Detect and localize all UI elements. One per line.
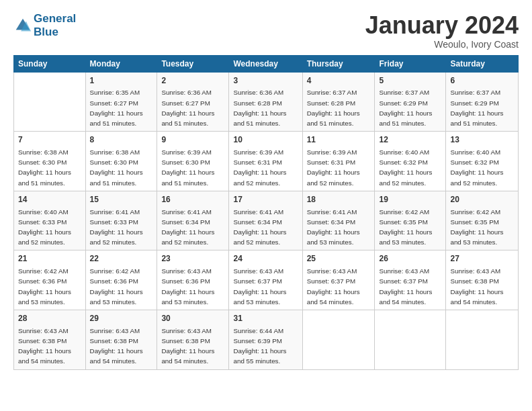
day-cell: 24Sunrise: 6:43 AMSunset: 6:37 PMDayligh… bbox=[229, 250, 302, 310]
day-info: Sunrise: 6:44 AMSunset: 6:39 PMDaylight:… bbox=[233, 327, 286, 365]
day-info: Sunrise: 6:43 AMSunset: 6:38 PMDaylight:… bbox=[450, 267, 503, 306]
day-number: 28 bbox=[18, 313, 81, 324]
day-cell: 3Sunrise: 6:36 AMSunset: 6:28 PMDaylight… bbox=[229, 72, 302, 132]
day-cell: 6Sunrise: 6:37 AMSunset: 6:29 PMDaylight… bbox=[446, 72, 519, 132]
day-number: 18 bbox=[307, 194, 371, 205]
day-cell: 16Sunrise: 6:41 AMSunset: 6:34 PMDayligh… bbox=[157, 191, 229, 250]
day-number: 26 bbox=[379, 253, 441, 265]
day-info: Sunrise: 6:36 AMSunset: 6:28 PMDaylight:… bbox=[233, 89, 286, 127]
day-info: Sunrise: 6:43 AMSunset: 6:37 PMDaylight:… bbox=[307, 267, 360, 306]
col-tuesday: Tuesday bbox=[157, 55, 229, 72]
day-info: Sunrise: 6:43 AMSunset: 6:37 PMDaylight:… bbox=[379, 267, 432, 306]
day-info: Sunrise: 6:37 AMSunset: 6:29 PMDaylight:… bbox=[379, 89, 432, 127]
day-info: Sunrise: 6:43 AMSunset: 6:37 PMDaylight:… bbox=[233, 267, 286, 306]
day-number: 5 bbox=[379, 75, 441, 87]
day-info: Sunrise: 6:43 AMSunset: 6:36 PMDaylight:… bbox=[161, 267, 214, 306]
logo-icon bbox=[13, 16, 32, 35]
day-cell: 15Sunrise: 6:41 AMSunset: 6:33 PMDayligh… bbox=[85, 191, 157, 250]
logo: General Blue bbox=[13, 12, 76, 38]
day-info: Sunrise: 6:37 AMSunset: 6:29 PMDaylight:… bbox=[450, 89, 503, 127]
day-info: Sunrise: 6:42 AMSunset: 6:35 PMDaylight:… bbox=[379, 208, 432, 246]
day-cell: 1Sunrise: 6:35 AMSunset: 6:27 PMDaylight… bbox=[85, 72, 157, 132]
day-number: 6 bbox=[450, 75, 514, 87]
day-cell bbox=[446, 310, 519, 370]
day-info: Sunrise: 6:42 AMSunset: 6:36 PMDaylight:… bbox=[18, 267, 71, 306]
day-info: Sunrise: 6:38 AMSunset: 6:30 PMDaylight:… bbox=[18, 148, 71, 187]
day-cell: 26Sunrise: 6:43 AMSunset: 6:37 PMDayligh… bbox=[375, 250, 446, 310]
day-info: Sunrise: 6:39 AMSunset: 6:30 PMDaylight:… bbox=[161, 148, 214, 187]
day-cell: 30Sunrise: 6:43 AMSunset: 6:38 PMDayligh… bbox=[157, 310, 229, 370]
day-number: 20 bbox=[450, 194, 514, 205]
day-number: 10 bbox=[233, 134, 298, 146]
day-cell: 4Sunrise: 6:37 AMSunset: 6:28 PMDaylight… bbox=[302, 72, 375, 132]
day-info: Sunrise: 6:39 AMSunset: 6:31 PMDaylight:… bbox=[233, 148, 286, 187]
day-info: Sunrise: 6:37 AMSunset: 6:28 PMDaylight:… bbox=[307, 89, 360, 127]
week-row-4: 21Sunrise: 6:42 AMSunset: 6:36 PMDayligh… bbox=[14, 250, 519, 310]
day-cell: 2Sunrise: 6:36 AMSunset: 6:27 PMDaylight… bbox=[157, 72, 229, 132]
day-number: 16 bbox=[161, 194, 224, 205]
day-number: 27 bbox=[450, 253, 514, 265]
day-number: 25 bbox=[307, 253, 371, 265]
day-number: 9 bbox=[161, 134, 224, 146]
day-info: Sunrise: 6:43 AMSunset: 6:38 PMDaylight:… bbox=[161, 327, 214, 365]
week-row-2: 7Sunrise: 6:38 AMSunset: 6:30 PMDaylight… bbox=[14, 132, 519, 191]
day-number: 3 bbox=[233, 75, 298, 87]
col-sunday: Sunday bbox=[14, 55, 86, 72]
day-number: 22 bbox=[90, 253, 153, 265]
day-number: 8 bbox=[90, 134, 153, 146]
week-row-5: 28Sunrise: 6:43 AMSunset: 6:38 PMDayligh… bbox=[14, 310, 519, 370]
day-info: Sunrise: 6:43 AMSunset: 6:38 PMDaylight:… bbox=[18, 327, 71, 365]
day-number: 11 bbox=[307, 134, 371, 146]
calendar-page: General Blue January 2024 Weoulo, Ivory … bbox=[0, 0, 532, 377]
day-info: Sunrise: 6:41 AMSunset: 6:33 PMDaylight:… bbox=[90, 208, 143, 246]
day-number: 19 bbox=[379, 194, 441, 205]
day-number: 29 bbox=[90, 313, 153, 324]
header: General Blue January 2024 Weoulo, Ivory … bbox=[13, 12, 519, 50]
day-cell: 20Sunrise: 6:42 AMSunset: 6:35 PMDayligh… bbox=[446, 191, 519, 250]
day-cell: 31Sunrise: 6:44 AMSunset: 6:39 PMDayligh… bbox=[229, 310, 302, 370]
day-info: Sunrise: 6:41 AMSunset: 6:34 PMDaylight:… bbox=[161, 208, 214, 246]
day-number: 21 bbox=[18, 253, 81, 265]
week-row-1: 1Sunrise: 6:35 AMSunset: 6:27 PMDaylight… bbox=[14, 72, 519, 132]
col-monday: Monday bbox=[85, 55, 157, 72]
col-wednesday: Wednesday bbox=[229, 55, 302, 72]
day-cell bbox=[302, 310, 375, 370]
day-cell: 8Sunrise: 6:38 AMSunset: 6:30 PMDaylight… bbox=[85, 132, 157, 191]
day-cell: 21Sunrise: 6:42 AMSunset: 6:36 PMDayligh… bbox=[14, 250, 86, 310]
day-cell: 18Sunrise: 6:41 AMSunset: 6:34 PMDayligh… bbox=[302, 191, 375, 250]
day-number: 23 bbox=[161, 253, 224, 265]
col-friday: Friday bbox=[375, 55, 446, 72]
title-block: January 2024 Weoulo, Ivory Coast bbox=[365, 12, 519, 50]
day-info: Sunrise: 6:39 AMSunset: 6:31 PMDaylight:… bbox=[307, 148, 360, 187]
day-cell: 29Sunrise: 6:43 AMSunset: 6:38 PMDayligh… bbox=[85, 310, 157, 370]
day-info: Sunrise: 6:43 AMSunset: 6:38 PMDaylight:… bbox=[90, 327, 143, 365]
day-info: Sunrise: 6:40 AMSunset: 6:32 PMDaylight:… bbox=[379, 148, 432, 187]
day-number: 12 bbox=[379, 134, 441, 146]
day-cell: 14Sunrise: 6:40 AMSunset: 6:33 PMDayligh… bbox=[14, 191, 86, 250]
day-info: Sunrise: 6:36 AMSunset: 6:27 PMDaylight:… bbox=[161, 89, 214, 127]
day-info: Sunrise: 6:38 AMSunset: 6:30 PMDaylight:… bbox=[90, 148, 143, 187]
day-number: 13 bbox=[450, 134, 514, 146]
day-cell: 10Sunrise: 6:39 AMSunset: 6:31 PMDayligh… bbox=[229, 132, 302, 191]
day-number: 4 bbox=[307, 75, 371, 87]
day-number: 15 bbox=[90, 194, 153, 205]
day-info: Sunrise: 6:41 AMSunset: 6:34 PMDaylight:… bbox=[307, 208, 360, 246]
day-info: Sunrise: 6:35 AMSunset: 6:27 PMDaylight:… bbox=[90, 89, 143, 127]
day-number: 7 bbox=[18, 134, 81, 146]
day-info: Sunrise: 6:42 AMSunset: 6:35 PMDaylight:… bbox=[450, 208, 503, 246]
day-number: 30 bbox=[161, 313, 224, 324]
header-row: Sunday Monday Tuesday Wednesday Thursday… bbox=[14, 55, 519, 72]
day-cell: 13Sunrise: 6:40 AMSunset: 6:32 PMDayligh… bbox=[446, 132, 519, 191]
day-number: 14 bbox=[18, 194, 81, 205]
day-cell: 19Sunrise: 6:42 AMSunset: 6:35 PMDayligh… bbox=[375, 191, 446, 250]
day-number: 2 bbox=[161, 75, 224, 87]
location: Weoulo, Ivory Coast bbox=[365, 39, 519, 50]
day-cell: 9Sunrise: 6:39 AMSunset: 6:30 PMDaylight… bbox=[157, 132, 229, 191]
day-cell: 22Sunrise: 6:42 AMSunset: 6:36 PMDayligh… bbox=[85, 250, 157, 310]
month-title: January 2024 bbox=[365, 12, 519, 39]
day-cell bbox=[375, 310, 446, 370]
day-info: Sunrise: 6:40 AMSunset: 6:33 PMDaylight:… bbox=[18, 208, 71, 246]
day-info: Sunrise: 6:40 AMSunset: 6:32 PMDaylight:… bbox=[450, 148, 503, 187]
col-thursday: Thursday bbox=[302, 55, 375, 72]
day-cell: 11Sunrise: 6:39 AMSunset: 6:31 PMDayligh… bbox=[302, 132, 375, 191]
